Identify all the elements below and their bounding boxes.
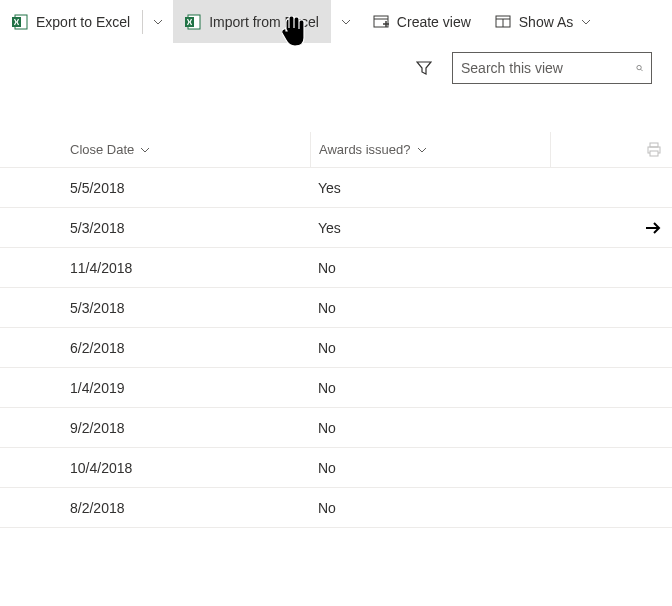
table-row[interactable]: 8/2/2018No (0, 488, 672, 528)
cell-awards-issued: No (310, 460, 550, 476)
table-row[interactable]: 9/2/2018No (0, 408, 672, 448)
column-header-awards-issued[interactable]: Awards issued? (319, 142, 411, 157)
import-dropdown-button[interactable] (331, 0, 361, 43)
table-row[interactable]: 11/4/2018No (0, 248, 672, 288)
svg-rect-15 (650, 151, 658, 156)
cell-close-date: 11/4/2018 (0, 260, 310, 276)
table-header: Close Date Awards issued? (0, 132, 672, 168)
cell-awards-issued: No (310, 260, 550, 276)
cell-awards-issued: No (310, 340, 550, 356)
cell-close-date: 8/2/2018 (0, 500, 310, 516)
column-header-close-date[interactable]: Close Date (70, 142, 134, 157)
print-icon[interactable] (646, 142, 662, 158)
table-row[interactable]: 5/3/2018No (0, 288, 672, 328)
chevron-down-icon[interactable] (417, 145, 427, 155)
filter-icon (416, 60, 432, 76)
command-bar: Export to Excel Import from Excel Create… (0, 0, 672, 44)
table-row[interactable]: 5/3/2018Yes (0, 208, 672, 248)
search-input[interactable] (461, 60, 636, 76)
cell-close-date: 9/2/2018 (0, 420, 310, 436)
excel-icon (185, 14, 201, 30)
cell-awards-issued: No (310, 300, 550, 316)
cell-awards-issued: Yes (310, 180, 550, 196)
cell-close-date: 5/3/2018 (0, 220, 310, 236)
cell-close-date: 1/4/2019 (0, 380, 310, 396)
import-from-excel-button[interactable]: Import from Excel (173, 0, 331, 43)
import-label: Import from Excel (209, 14, 319, 30)
search-icon (636, 60, 643, 76)
show-as-button[interactable]: Show As (483, 0, 603, 43)
search-bar-row (0, 44, 672, 92)
show-as-label: Show As (519, 14, 573, 30)
chevron-down-icon (153, 17, 163, 27)
show-as-icon (495, 14, 511, 30)
cell-awards-issued: No (310, 500, 550, 516)
chevron-down-icon (341, 17, 351, 27)
table-row[interactable]: 6/2/2018No (0, 328, 672, 368)
table-body: 5/5/2018Yes5/3/2018Yes11/4/2018No5/3/201… (0, 168, 672, 528)
export-to-excel-button[interactable]: Export to Excel (0, 0, 142, 43)
excel-icon (12, 14, 28, 30)
export-dropdown-button[interactable] (143, 0, 173, 43)
table-row[interactable]: 1/4/2019No (0, 368, 672, 408)
export-label: Export to Excel (36, 14, 130, 30)
cell-close-date: 5/3/2018 (0, 300, 310, 316)
create-view-label: Create view (397, 14, 471, 30)
cell-awards-issued: No (310, 380, 550, 396)
arrow-right-icon[interactable] (644, 219, 662, 237)
table-row[interactable]: 5/5/2018Yes (0, 168, 672, 208)
create-view-button[interactable]: Create view (361, 0, 483, 43)
chevron-down-icon[interactable] (140, 145, 150, 155)
svg-point-11 (637, 65, 641, 69)
chevron-down-icon (581, 17, 591, 27)
svg-line-12 (641, 69, 643, 71)
search-box[interactable] (452, 52, 652, 84)
table-row[interactable]: 10/4/2018No (0, 448, 672, 488)
cell-awards-issued: Yes (310, 220, 550, 236)
filter-button[interactable] (408, 52, 440, 84)
cell-close-date: 5/5/2018 (0, 180, 310, 196)
cell-actions (550, 219, 672, 237)
cell-close-date: 10/4/2018 (0, 460, 310, 476)
create-view-icon (373, 14, 389, 30)
svg-rect-13 (650, 143, 658, 147)
cell-awards-issued: No (310, 420, 550, 436)
cell-close-date: 6/2/2018 (0, 340, 310, 356)
